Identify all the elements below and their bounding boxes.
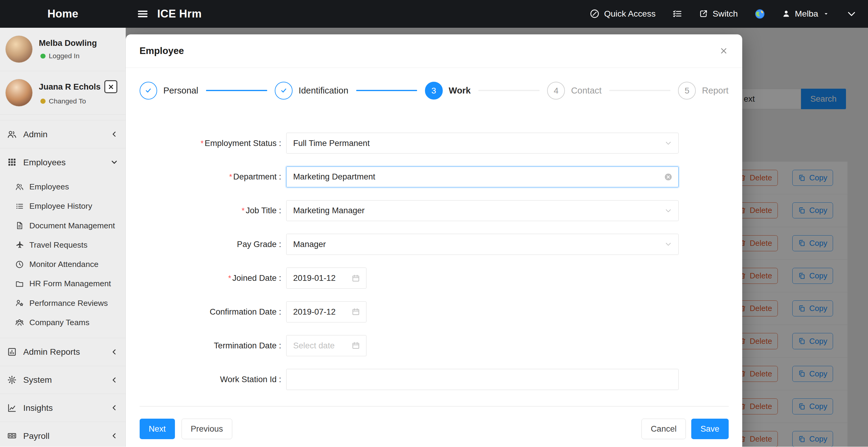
brand-title: ICE Hrm [157, 7, 202, 20]
save-button[interactable]: Save [691, 419, 728, 439]
employment-status-select[interactable]: Full Time Permanent [286, 133, 679, 154]
calendar-icon [352, 308, 360, 316]
profile-status: Logged In [39, 52, 120, 60]
reports-icon [7, 347, 17, 357]
sidebar-item-payroll[interactable]: Payroll [0, 422, 125, 447]
field-label: Pay Grade [140, 239, 286, 249]
navbar-actions: Quick Access Switch Melba [573, 8, 868, 20]
pay-grade-select[interactable]: Manager [286, 234, 679, 255]
chart-icon [7, 403, 17, 413]
calendar-icon [352, 274, 360, 282]
step-connector [356, 90, 417, 91]
changed-to-profile: Juana R Echols Changed To [0, 71, 125, 115]
department-select[interactable]: Marketing Department [286, 167, 679, 188]
job-title-select[interactable]: Marketing Manager [286, 200, 679, 221]
field-label: *Job Title [140, 206, 286, 215]
chevron-left-icon [111, 404, 118, 412]
field-label: *Employment Status [140, 139, 286, 148]
step-circle: 4 [547, 82, 565, 99]
confirmation-date-picker[interactable]: 2019-07-12 [286, 301, 367, 322]
employee-modal: Employee Personal Identification 3 [126, 34, 743, 447]
step-circle [275, 82, 292, 99]
check-icon [144, 86, 153, 95]
step-connector [609, 90, 670, 91]
teams-icon [16, 319, 24, 327]
chevron-left-icon [111, 432, 118, 440]
clear-icon[interactable] [664, 173, 673, 181]
switch-button[interactable]: Switch [699, 9, 738, 19]
money-icon [7, 431, 17, 440]
user-menu[interactable]: Melba [782, 9, 829, 19]
user-icon [782, 10, 790, 18]
step-report[interactable]: 5 Report [678, 82, 728, 99]
step-connector [478, 90, 539, 91]
modal-footer: Next Previous Cancel Save [140, 407, 728, 447]
modal-title: Employee [140, 46, 184, 56]
field-label: Confirmation Date [140, 307, 286, 317]
grid-icon [7, 157, 17, 167]
sidebar-item-system[interactable]: System [0, 366, 125, 394]
close-profile-button[interactable] [104, 80, 117, 93]
check-icon [280, 86, 288, 95]
sidebar-item-admin-reports[interactable]: Admin Reports [0, 338, 125, 366]
sidebar: Melba Dowling Logged In Juana R Echols C… [0, 28, 126, 447]
select-arrow-icon [664, 207, 672, 215]
previous-button[interactable]: Previous [182, 419, 232, 439]
sidebar-item-document-management[interactable]: Document Management [0, 216, 125, 235]
sidebar-item-monitor-attendance[interactable]: Monitor Attendance [0, 255, 125, 274]
field-label: Work Station Id [140, 375, 286, 384]
chevron-down-icon [111, 158, 118, 166]
work-form: *Employment Status Full Time Permanent *… [140, 133, 728, 390]
employees-submenu: Employees Employee History Document Mana… [0, 176, 125, 338]
step-personal[interactable]: Personal [140, 82, 198, 99]
cancel-button[interactable]: Cancel [642, 419, 685, 439]
tasks-button[interactable] [672, 9, 682, 19]
field-label: *Department [140, 172, 286, 182]
step-identification[interactable]: Identification [275, 82, 348, 99]
step-circle [140, 82, 157, 99]
sidebar-item-employees[interactable]: Employees [0, 148, 125, 176]
joined-date-picker[interactable]: 2019-01-12 [286, 268, 367, 289]
logged-in-profile: Melba Dowling Logged In [0, 28, 125, 71]
calendar-icon [352, 341, 360, 350]
chevron-down-icon [846, 8, 857, 20]
step-work[interactable]: 3 Work [425, 82, 471, 99]
work-station-id-input[interactable] [286, 369, 679, 390]
modal-close-button[interactable] [719, 46, 728, 56]
sidebar-item-insights[interactable]: Insights [0, 394, 125, 422]
performance-icon [16, 299, 24, 307]
home-link[interactable]: Home [0, 7, 126, 20]
chevron-left-icon [111, 130, 118, 138]
history-icon [16, 202, 24, 211]
sidebar-item-hr-form-management[interactable]: HR Form Management [0, 274, 125, 294]
hamburger-icon[interactable] [136, 8, 149, 20]
caret-down-icon [823, 10, 829, 17]
language-button[interactable] [754, 8, 766, 20]
status-dot-green [40, 54, 45, 59]
admin-icon [7, 130, 17, 139]
field-label: *Joined Date [140, 273, 286, 283]
employees-icon [16, 183, 24, 191]
switch-icon [699, 9, 708, 19]
tasks-icon [672, 9, 682, 19]
sidebar-item-admin[interactable]: Admin [0, 120, 125, 148]
collapse-navbar-button[interactable] [846, 8, 857, 20]
termination-date-picker[interactable]: Select date [286, 335, 367, 356]
status-dot-amber [40, 99, 45, 104]
sidebar-item-company-teams[interactable]: Company Teams [0, 313, 125, 332]
quick-access-button[interactable]: Quick Access [590, 9, 655, 19]
step-circle: 3 [425, 82, 443, 99]
step-contact[interactable]: 4 Contact [547, 82, 601, 99]
sidebar-item-employee-history[interactable]: Employee History [0, 197, 125, 216]
select-arrow-icon [664, 240, 672, 248]
step-connector [206, 90, 267, 91]
profile-name: Melba Dowling [39, 38, 97, 48]
sidebar-item-performance-reviews[interactable]: Performance Reviews [0, 294, 125, 313]
sidebar-item-travel-requests[interactable]: Travel Requests [0, 235, 125, 255]
next-button[interactable]: Next [140, 419, 175, 439]
chevron-left-icon [111, 348, 118, 356]
sidebar-item-employees-list[interactable]: Employees [0, 177, 125, 197]
sidebar-menu: Admin Employees Employees Employee Histo… [0, 120, 125, 447]
modal-header: Employee [126, 34, 743, 68]
travel-icon [16, 241, 24, 249]
